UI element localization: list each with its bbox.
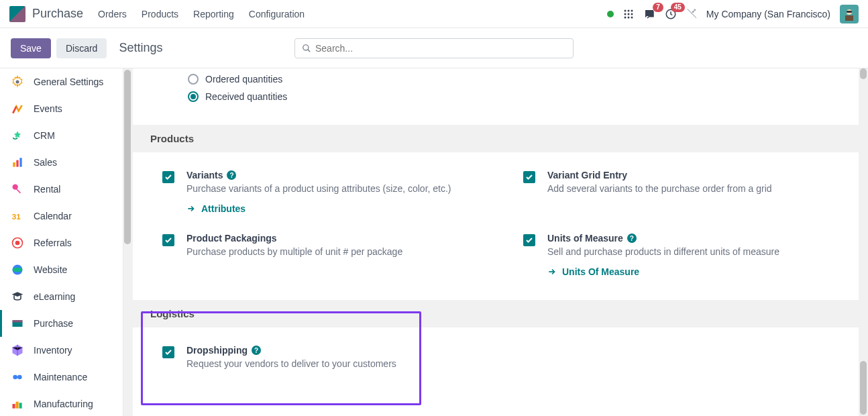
svg-rect-17 bbox=[13, 162, 15, 167]
setting-variant-grid: Variant Grid Entry Add several variants … bbox=[500, 167, 861, 230]
sidebar-item-label: Rental bbox=[34, 184, 60, 195]
setting-title: Units of Measure bbox=[547, 233, 623, 244]
crm-icon bbox=[11, 129, 24, 142]
svg-point-0 bbox=[624, 9, 626, 11]
svg-rect-19 bbox=[19, 158, 21, 166]
setting-title: Variants bbox=[186, 170, 223, 180]
radio-ordered[interactable]: Ordered quantities bbox=[188, 74, 868, 85]
company-name[interactable]: My Company (San Francisco) bbox=[706, 9, 830, 19]
sidebar-item-website[interactable]: Website bbox=[0, 256, 132, 283]
sidebar-item-purchase[interactable]: Purchase bbox=[0, 310, 132, 337]
help-icon[interactable]: ? bbox=[227, 170, 236, 180]
nav-products[interactable]: Products bbox=[142, 9, 178, 19]
setting-desc: Purchase products by multiple of unit # … bbox=[186, 246, 487, 257]
messages-icon[interactable]: 7 bbox=[643, 8, 655, 20]
sidebar-item-elearning[interactable]: eLearning bbox=[0, 283, 132, 310]
checkbox-variants[interactable] bbox=[162, 171, 174, 183]
messages-badge: 7 bbox=[653, 3, 663, 12]
svg-point-26 bbox=[13, 268, 23, 272]
maintenance-icon bbox=[11, 370, 24, 384]
sidebar-item-label: Calendar bbox=[34, 211, 72, 221]
nav-reporting[interactable]: Reporting bbox=[193, 9, 234, 19]
activities-badge: 45 bbox=[671, 3, 685, 12]
nav-menu: Orders Products Reporting Configuration bbox=[98, 9, 305, 19]
setting-dropshipping: Dropshipping ? Request your vendors to d… bbox=[140, 342, 500, 385]
svg-rect-21 bbox=[16, 189, 21, 193]
setting-desc: Add several variants to the purchase ord… bbox=[547, 183, 848, 194]
sidebar-item-label: Manufacturing bbox=[34, 399, 93, 409]
sidebar-item-inventory[interactable]: Inventory bbox=[0, 337, 132, 364]
search-box[interactable] bbox=[294, 38, 574, 58]
content: Ordered quantities Received quantities P… bbox=[133, 68, 868, 416]
sidebar-item-label: Inventory bbox=[34, 345, 72, 356]
sidebar-item-rental[interactable]: Rental bbox=[0, 176, 132, 203]
content-scrollbar[interactable] bbox=[859, 68, 868, 416]
sidebar-item-crm[interactable]: CRM bbox=[0, 122, 132, 149]
nav-orders[interactable]: Orders bbox=[98, 9, 127, 19]
radio-label: Ordered quantities bbox=[205, 74, 282, 85]
svg-point-3 bbox=[624, 13, 626, 15]
svg-point-1 bbox=[627, 9, 629, 11]
save-button[interactable]: Save bbox=[11, 38, 51, 58]
status-indicator-icon bbox=[607, 11, 614, 17]
link-attributes[interactable]: Attributes bbox=[186, 203, 487, 214]
arrow-right-icon bbox=[186, 204, 196, 213]
sales-icon bbox=[11, 156, 24, 169]
sidebar-item-label: eLearning bbox=[34, 291, 75, 302]
checkbox-dropshipping[interactable] bbox=[162, 346, 174, 358]
radio-icon bbox=[188, 74, 199, 85]
referrals-icon bbox=[11, 236, 24, 250]
sidebar-item-maintenance[interactable]: Maintenance bbox=[0, 364, 132, 391]
sidebar-item-sales[interactable]: Sales bbox=[0, 149, 132, 176]
sidebar-item-general-settings[interactable]: General Settings bbox=[0, 68, 132, 95]
sidebar-item-label: General Settings bbox=[34, 76, 103, 87]
svg-point-16 bbox=[16, 81, 19, 84]
setting-desc: Sell and purchase products in different … bbox=[547, 246, 848, 257]
setting-packagings: Product Packagings Purchase products by … bbox=[140, 230, 500, 293]
search-input[interactable] bbox=[315, 43, 566, 54]
app-title[interactable]: Purchase bbox=[32, 7, 83, 21]
events-icon bbox=[11, 102, 24, 115]
svg-point-24 bbox=[15, 241, 20, 246]
svg-rect-33 bbox=[16, 402, 19, 409]
help-icon[interactable]: ? bbox=[627, 233, 637, 243]
nav-configuration[interactable]: Configuration bbox=[249, 9, 305, 19]
discard-button[interactable]: Discard bbox=[56, 38, 107, 58]
dialpad-icon[interactable] bbox=[623, 9, 634, 19]
setting-title: Product Packagings bbox=[186, 233, 277, 244]
inventory-icon bbox=[11, 344, 24, 357]
svg-line-15 bbox=[308, 49, 311, 52]
svg-rect-13 bbox=[847, 11, 852, 13]
avatar[interactable] bbox=[840, 5, 859, 23]
sidebar-item-referrals[interactable]: Referrals bbox=[0, 229, 132, 256]
sidebar-item-calendar[interactable]: 31 Calendar bbox=[0, 203, 132, 229]
sidebar-item-manufacturing[interactable]: Manufacturing bbox=[0, 391, 132, 416]
activities-icon[interactable]: 45 bbox=[665, 8, 677, 20]
checkbox-variant-grid[interactable] bbox=[523, 171, 535, 183]
radio-received[interactable]: Received quantities bbox=[188, 91, 868, 102]
arrow-right-icon bbox=[547, 267, 557, 276]
sidebar-item-label: Events bbox=[34, 103, 62, 114]
radio-label: Received quantities bbox=[205, 91, 287, 102]
help-icon[interactable]: ? bbox=[252, 346, 261, 355]
section-header-logistics: Logistics bbox=[133, 300, 868, 327]
sidebar-scrollbar[interactable] bbox=[123, 68, 132, 416]
elearning-icon bbox=[11, 290, 24, 303]
svg-point-2 bbox=[631, 9, 633, 11]
checkbox-packagings[interactable] bbox=[162, 234, 174, 246]
setting-title: Variant Grid Entry bbox=[547, 170, 627, 180]
svg-rect-28 bbox=[13, 320, 23, 322]
checkbox-uom[interactable] bbox=[523, 234, 535, 246]
sidebar: General Settings Events CRM Sales Rental… bbox=[0, 68, 133, 416]
sidebar-item-events[interactable]: Events bbox=[0, 95, 132, 122]
sidebar-item-label: Sales bbox=[34, 157, 57, 168]
sidebar-item-label: CRM bbox=[34, 130, 55, 141]
radio-icon bbox=[188, 91, 199, 102]
debug-icon[interactable] bbox=[686, 9, 697, 19]
topbar-right: 7 45 My Company (San Francisco) bbox=[607, 5, 859, 23]
action-bar: Save Discard Settings bbox=[0, 28, 868, 68]
page-title: Settings bbox=[119, 41, 162, 55]
svg-point-6 bbox=[624, 16, 626, 18]
app-logo[interactable] bbox=[9, 6, 25, 22]
link-uom[interactable]: Units Of Measure bbox=[547, 266, 848, 277]
